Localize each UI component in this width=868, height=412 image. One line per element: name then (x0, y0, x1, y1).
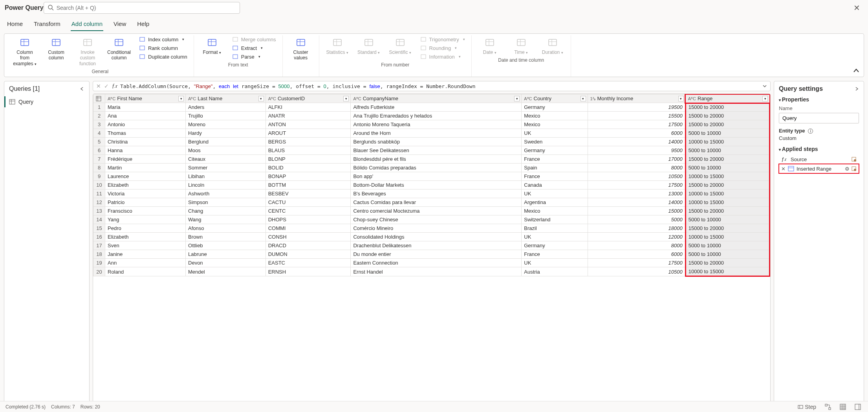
cell[interactable]: Ana (105, 112, 186, 120)
ribbon-format-button[interactable]: Format ▾ (198, 35, 226, 56)
cell[interactable]: CACTU (266, 198, 351, 207)
cell[interactable]: Canada (522, 181, 588, 189)
cell[interactable]: Comércio Mineiro (351, 224, 522, 233)
cell[interactable]: BONAP (266, 172, 351, 181)
cell[interactable]: Trujillo (186, 112, 266, 120)
cell[interactable]: Mendel (186, 267, 266, 276)
cell[interactable]: 15500 (588, 112, 685, 120)
cell[interactable]: 10000 to 15000 (685, 233, 769, 241)
cell[interactable]: Libihan (186, 172, 266, 181)
cell[interactable]: Simpson (186, 198, 266, 207)
gear-icon[interactable]: ⚙ (845, 166, 850, 172)
tab-transform[interactable]: Transform (33, 18, 61, 31)
cell[interactable]: Berglunds snabbköp (351, 138, 522, 146)
cell[interactable]: Du monde entier (351, 250, 522, 259)
ribbon-extract-button[interactable]: Extract▾ (229, 44, 278, 52)
row-number[interactable]: 7 (93, 155, 105, 164)
cell[interactable]: BOLID (266, 164, 351, 172)
tab-help[interactable]: Help (136, 18, 150, 31)
applied-step-inserted-range[interactable]: ✕Inserted Range⚙ (779, 164, 859, 173)
cell[interactable]: Citeaux (186, 155, 266, 164)
cell[interactable]: 15000 to 20000 (685, 207, 769, 215)
cell[interactable]: B's Beverages (351, 189, 522, 198)
cell[interactable]: 15000 to 20000 (685, 259, 769, 267)
cell[interactable]: BLAUS (266, 146, 351, 155)
cell[interactable]: Afonso (186, 224, 266, 233)
ribbon-column-from-examples-button[interactable]: Column from examples ▾ (11, 35, 39, 67)
cell[interactable]: 17000 (588, 155, 685, 164)
cell[interactable]: 10000 to 15000 (685, 189, 769, 198)
applied-step-source[interactable]: ƒ𝑥Source (779, 154, 859, 164)
cell[interactable]: Cactus Comidas para llevar (351, 198, 522, 207)
cell[interactable]: UK (522, 259, 588, 267)
cell[interactable]: Berglund (186, 138, 266, 146)
ribbon-conditional-column-button[interactable]: Conditional column (105, 35, 133, 62)
ribbon-duplicate-column-button[interactable]: Duplicate column (136, 53, 190, 61)
cell[interactable]: Frédérique (105, 155, 186, 164)
cell[interactable]: 15000 to 20000 (685, 103, 769, 112)
cell[interactable]: 5000 to 10000 (685, 129, 769, 138)
cell[interactable]: 17500 (588, 120, 685, 129)
cell[interactable]: Around the Horn (351, 129, 522, 138)
status-diagram-icon[interactable] (823, 403, 833, 411)
column-header-customerid[interactable]: AᴮCCustomerID▾ (266, 94, 351, 103)
cell[interactable]: Consolidated Holdings (351, 233, 522, 241)
cell[interactable]: Bólido Comidas preparadas (351, 164, 522, 172)
cell[interactable]: 5000 to 10000 (685, 164, 769, 172)
properties-header[interactable]: Properties (779, 96, 859, 103)
cell[interactable]: Pedro (105, 224, 186, 233)
cell[interactable]: 15000 to 20000 (685, 224, 769, 233)
cell[interactable]: Bottom-Dollar Markets (351, 181, 522, 189)
cell[interactable]: 15000 to 20000 (685, 120, 769, 129)
ribbon-parse-button[interactable]: Parse▾ (229, 53, 278, 61)
info-icon[interactable]: i (808, 129, 813, 134)
cell[interactable]: 18000 (588, 224, 685, 233)
cell[interactable]: BERGS (266, 138, 351, 146)
cell[interactable]: France (522, 250, 588, 259)
cell[interactable]: 15000 (588, 207, 685, 215)
cell[interactable]: 5000 to 10000 (685, 215, 769, 224)
cell[interactable]: 10000 to 15000 (685, 138, 769, 146)
cell[interactable]: 5000 (588, 215, 685, 224)
cell[interactable]: Roland (105, 267, 186, 276)
cell[interactable]: 10000 to 15000 (685, 267, 769, 276)
cell[interactable]: ANTON (266, 120, 351, 129)
cell[interactable]: 13000 (588, 189, 685, 198)
cell[interactable]: Brown (186, 233, 266, 241)
cell[interactable]: DRACD (266, 241, 351, 250)
cell[interactable]: Patricio (105, 198, 186, 207)
row-number[interactable]: 16 (93, 233, 105, 241)
cell[interactable]: Austria (522, 267, 588, 276)
cell[interactable]: 9500 (588, 146, 685, 155)
row-number[interactable]: 8 (93, 164, 105, 172)
column-header-monthly-income[interactable]: 1²₃Monthly Income▾ (588, 94, 685, 103)
cell[interactable]: AROUT (266, 129, 351, 138)
row-number[interactable]: 10 (93, 181, 105, 189)
ribbon-index-column-button[interactable]: Index column▾ (136, 35, 190, 43)
cell[interactable]: BESBEV (266, 189, 351, 198)
cell[interactable]: 12000 (588, 233, 685, 241)
cell[interactable]: BOTTM (266, 181, 351, 189)
ribbon-collapse-button[interactable] (853, 67, 860, 74)
row-number[interactable]: 14 (93, 215, 105, 224)
cell[interactable]: UK (522, 129, 588, 138)
cell[interactable]: Christina (105, 138, 186, 146)
cell[interactable]: Mexico (522, 207, 588, 215)
cell[interactable]: Blondesddsl pére et fils (351, 155, 522, 164)
cell[interactable]: Chang (186, 207, 266, 215)
cell[interactable]: Germany (522, 103, 588, 112)
cell[interactable]: Ottlieb (186, 241, 266, 250)
cell[interactable]: Spain (522, 164, 588, 172)
cell[interactable]: Victoria (105, 189, 186, 198)
row-number[interactable]: 6 (93, 146, 105, 155)
cell[interactable]: BLONP (266, 155, 351, 164)
cell[interactable]: 10000 to 15000 (685, 172, 769, 181)
grid-corner[interactable] (93, 94, 105, 103)
cell[interactable]: Janine (105, 250, 186, 259)
column-header-last-name[interactable]: AᴮCLast Name▾ (186, 94, 266, 103)
cell[interactable]: Antonio Moreno Taqueria (351, 120, 522, 129)
cell[interactable]: Chop-suey Chinese (351, 215, 522, 224)
query-item[interactable]: Query (4, 96, 89, 107)
ribbon-custom-column-button[interactable]: Custom column (42, 35, 70, 62)
cell[interactable]: Ashworth (186, 189, 266, 198)
